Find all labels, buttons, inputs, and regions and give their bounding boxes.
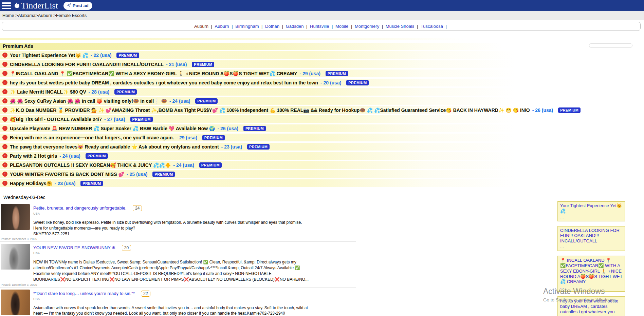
city-link[interactable]: Muscle Shoals	[386, 24, 415, 29]
premium-badge: PREMIUM	[114, 89, 137, 95]
listing-title-link[interactable]: YOUR NEW FAVORITE SNOWBUNNY ❄	[33, 245, 115, 250]
premium-ad-row[interactable]: ↑ PLEASANTON OUTCALLS !! SEXY KOREAN🥰 TH…	[0, 161, 644, 169]
premium-ad-row[interactable]: ↑ ✨K.O Daa NUMBER 🏅 PROVIDER 💁 ✨ 💕AMAZIN…	[0, 106, 644, 114]
premium-ad-row[interactable]: ↑ Your Tightest Experience Yet😼 💦 - 22 (…	[0, 51, 644, 59]
premium-ad-row[interactable]: ↑ ✨ Lake Merritt INCALL✨ $80 QV - 28 (us…	[0, 88, 644, 96]
premium-ad-title[interactable]: The pawg that everyone loves😻 Ready and …	[10, 144, 219, 150]
premium-ad-title[interactable]: PLEASANTON OUTCALLS !! SEXY KOREAN🥰 THIC…	[10, 162, 171, 168]
city-separator: |	[231, 24, 234, 29]
sidebar-ad-more[interactable]: ...	[560, 285, 623, 290]
sidebar-ad-link[interactable]: hey its your best wettes petite baby DRE…	[560, 298, 618, 316]
bump-up-icon: ↑	[2, 107, 7, 113]
breadcrumb[interactable]: Home >Alabama>Auburn >Female Escorts	[0, 11, 644, 20]
sidebar-premium-ad[interactable]: CINDERELLA LOOKING FOR FUN!!! OAKLAND!!!…	[557, 226, 625, 251]
sidebar-ad-link[interactable]: 📍 INCALL OAKLAND 📍 ✅FACETIME/CAR✅ WITH A…	[560, 258, 623, 284]
premium-ad-row[interactable]: ↑ Being with me is an experience—one tha…	[0, 134, 644, 141]
premium-ad-row[interactable]: ↑ 📍INCALL OAKLAND 📍 ✅FACETIME/CAR✅ WITH …	[0, 70, 644, 77]
premium-ad-title[interactable]: Party with 2 Hot girls	[10, 153, 57, 159]
premium-ad-age: - 26 (usa)	[217, 126, 238, 131]
listing-item[interactable]: Petite, brunette, and dangerously unforg…	[0, 202, 356, 242]
sidebar-ad-link[interactable]: Your Tightest Experience Yet😼 💦	[560, 203, 622, 214]
site-logo-text: TinderList	[21, 1, 58, 10]
premium-ad-row[interactable]: ↑ hey its your best wettes petite baby D…	[0, 79, 644, 86]
listing-description: NEW IN TOWNMy name is Dallas !Seductive,…	[33, 259, 309, 282]
premium-ad-title[interactable]: Being with me is an experience—one that …	[10, 135, 174, 140]
sidebar-premium-ad[interactable]: Your Tightest Experience Yet😼 💦 ...	[557, 201, 625, 221]
premium-ad-row[interactable]: ↑ 🌺 🌺 Sexy CuRvy Asian 🌺 🌺 in call 🍑 vis…	[0, 97, 644, 105]
listing-title-link[interactable]: Petite, brunette, and dangerously unforg…	[33, 205, 127, 211]
city-separator: |	[210, 24, 214, 29]
post-ad-button[interactable]: Post ad	[63, 2, 92, 10]
hamburger-menu-icon[interactable]	[2, 2, 11, 9]
sidebar-ad-more[interactable]: ...	[560, 244, 623, 250]
listing-photo[interactable]	[1, 290, 30, 315]
premium-ad-title[interactable]: hey its your best wettes petite baby DRE…	[10, 80, 318, 85]
listing-item[interactable]: *"Don't stare too long… unless you're re…	[0, 288, 356, 316]
premium-ad-row[interactable]: ↑ Party with 2 Hot girls - 24 (usa) PREM…	[0, 152, 644, 160]
premium-ad-title[interactable]: YOUR WINTER FAVORITE IS BACK DONT MISS 💕	[10, 172, 124, 177]
premium-badge: PREMIUM	[247, 144, 270, 150]
city-link-current[interactable]: Auburn	[194, 24, 208, 29]
listing-posted-date: Posted: December 3, 2025	[1, 237, 37, 241]
sidebar-ad-link[interactable]: CINDERELLA LOOKING FOR FUN!!! OAKLAND!!!…	[560, 228, 620, 244]
premium-ad-row[interactable]: ↑ The pawg that everyone loves😻 Ready an…	[0, 143, 644, 151]
sidebar-premium-ad[interactable]: 📍 INCALL OAKLAND 📍 ✅FACETIME/CAR✅ WITH A…	[557, 256, 625, 292]
premium-ad-title[interactable]: CINDERELLA LOOKING FOR FUN!!! OAKLAND!!!…	[10, 62, 164, 67]
premium-ad-age: - 23 (usa)	[55, 181, 75, 186]
bump-up-icon: ↑	[2, 117, 7, 122]
city-link[interactable]: Montgomery	[355, 24, 379, 29]
premium-badge: PREMIUM	[80, 181, 103, 186]
premium-badge: PREMIUM	[243, 126, 266, 131]
listing-age-badge: 20	[122, 245, 131, 251]
premium-ad-title[interactable]: 🌺 🌺 Sexy CuRvy Asian 🌺 🌺 in call 🍑 visit…	[10, 98, 167, 104]
premium-ad-title[interactable]: ✨ Lake Merritt INCALL✨ $80 QV	[10, 89, 86, 95]
premium-ad-row[interactable]: ↑ Happy HOlidays🤗 - 23 (usa) PREMIUM	[0, 179, 644, 187]
listing-description: Asian allure with curves that speak loud…	[33, 305, 309, 316]
city-link[interactable]: Tuscaloosa	[421, 24, 443, 29]
sidebar-premium-ad[interactable]: hey its your best wettes petite baby DRE…	[557, 296, 625, 316]
premium-ad-title[interactable]: Your Tightest Experience Yet😼 💦	[10, 53, 88, 58]
premium-badge: PREMIUM	[346, 80, 369, 85]
premium-ad-age: - 20 (usa)	[320, 80, 341, 85]
premium-badge: PREMIUM	[86, 153, 108, 159]
bump-up-icon: ↑	[2, 153, 7, 158]
city-link[interactable]: Auburn	[215, 24, 229, 29]
listing-photo[interactable]	[1, 204, 30, 230]
bump-up-icon: ↑	[2, 181, 7, 186]
premium-ad-row[interactable]: ↑ 🥰Big Tits Girl - OUTCALL Available 24/…	[0, 115, 644, 123]
bump-up-icon: ↑	[2, 162, 7, 167]
premium-ad-row[interactable]: ↑ CINDERELLA LOOKING FOR FUN!!! OAKLAND!…	[0, 60, 644, 68]
city-link[interactable]: Huntsville	[310, 24, 329, 29]
listing-title-link[interactable]: *"Don't stare too long… unless you're re…	[33, 291, 135, 296]
premium-ad-age: - 23 (usa)	[221, 144, 242, 150]
premium-badge: PREMIUM	[152, 172, 175, 177]
premium-ad-age: - 21 (usa)	[166, 62, 187, 67]
paper-plane-icon	[67, 3, 71, 8]
sidebar-ad-more[interactable]: ...	[560, 214, 623, 220]
premium-ad-title[interactable]: 📍INCALL OAKLAND 📍 ✅FACETIME/CAR✅ WITH A …	[10, 71, 297, 76]
site-logo[interactable]: TinderList	[14, 1, 58, 10]
premium-ad-age: - 29 (usa)	[176, 135, 197, 140]
premium-ad-title[interactable]: Happy HOlidays🤗	[10, 181, 52, 186]
listing-photo[interactable]	[1, 244, 30, 270]
premium-ad-title[interactable]: 🥰Big Tits Girl - OUTCALL Available 24/7	[10, 117, 102, 122]
premium-badge: PREMIUM	[199, 162, 222, 168]
bump-up-icon: ↑	[2, 80, 7, 85]
date-group-header: Wednesday-03-Dec	[3, 195, 45, 200]
premium-ad-title[interactable]: Upscale Playmate 🚨 NEW NUMBER 💦 Super So…	[10, 126, 215, 131]
listing-item[interactable]: YOUR NEW FAVORITE SNOWBUNNY ❄ 20 USA NEW…	[0, 242, 356, 287]
city-link[interactable]: Dothan	[265, 24, 279, 29]
bump-up-icon: ↑	[2, 89, 7, 94]
city-link[interactable]: Gadsden	[286, 24, 304, 29]
premium-ad-age: - 24 (usa)	[169, 98, 190, 104]
premium-badge: PREMIUM	[192, 62, 214, 67]
premium-ad-title[interactable]: ✨K.O Daa NUMBER 🏅 PROVIDER 💁 ✨ 💕AMAZING …	[10, 107, 530, 113]
premium-ad-row[interactable]: ↑ Upscale Playmate 🚨 NEW NUMBER 💦 Super …	[0, 124, 644, 132]
premium-ad-row[interactable]: ↑ YOUR WINTER FAVORITE IS BACK DONT MISS…	[0, 170, 644, 178]
city-separator: |	[260, 24, 264, 29]
city-link[interactable]: Mobile	[335, 24, 348, 29]
city-separator: |	[444, 24, 447, 29]
listings-column: Petite, brunette, and dangerously unforg…	[0, 202, 356, 316]
horizontal-scrollbar-thumb[interactable]	[589, 43, 632, 47]
city-link[interactable]: Birmingham	[235, 24, 259, 29]
